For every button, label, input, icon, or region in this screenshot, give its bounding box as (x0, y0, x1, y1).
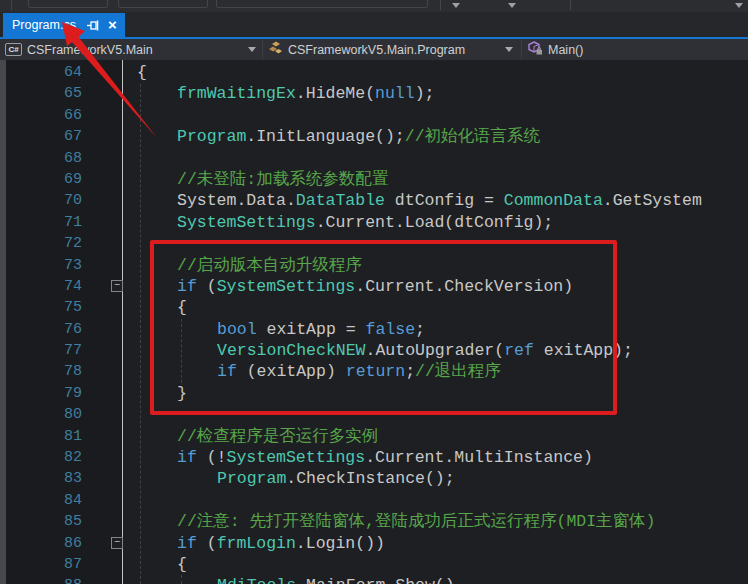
line-number: 74 (0, 276, 82, 297)
close-icon[interactable]: × (108, 18, 117, 32)
code-line-79[interactable]: } (130, 383, 748, 404)
code-line-85[interactable]: //注意: 先打开登陆窗体,登陆成功后正式运行程序(MDI主窗体) (130, 511, 748, 532)
chevron-down-icon[interactable] (248, 47, 256, 52)
code-line-81[interactable]: //检查程序是否运行多实例 (130, 426, 748, 447)
toolbar-dropdown-icon[interactable] (452, 3, 460, 8)
code-line-67[interactable]: Program.InitLanguage();//初始化语言系统 (130, 126, 748, 147)
nav-project-label: CSFrameworkV5.Main (27, 43, 153, 57)
pin-icon[interactable] (86, 18, 100, 32)
toolbar-separator (440, 0, 441, 10)
code-lines: {frmWaitingEx.HideMe(null);Program.InitL… (130, 62, 748, 584)
line-number: 80 (0, 404, 82, 425)
nav-separator (521, 40, 522, 59)
code-line-68[interactable] (130, 148, 748, 169)
toolbar-dropdown-icon[interactable] (508, 3, 516, 8)
toolbar-separator (11, 0, 12, 10)
csharp-project-icon: C# (5, 43, 22, 56)
tab-program-cs[interactable]: Program.cs × (3, 13, 125, 37)
nav-member-dropdown[interactable]: Main() (528, 39, 583, 60)
code-line-72[interactable] (130, 233, 748, 254)
line-number: 65 (0, 83, 82, 104)
code-line-64[interactable]: { (130, 62, 748, 83)
margin-divider-line (122, 60, 123, 584)
method-icon (528, 41, 543, 59)
chevron-down-icon[interactable] (505, 47, 513, 52)
line-number: 83 (0, 468, 82, 489)
code-line-73[interactable]: //启动版本自动升级程序 (130, 255, 748, 276)
collapse-toggle-icon[interactable]: − (111, 280, 123, 292)
code-line-70[interactable]: System.Data.DataTable dtConfig = CommonD… (130, 190, 748, 211)
code-line-82[interactable]: if (!SystemSettings.Current.MultiInstanc… (130, 447, 748, 468)
line-number: 71 (0, 212, 82, 233)
line-number: 69 (0, 169, 82, 190)
code-line-65[interactable]: frmWaitingEx.HideMe(null); (130, 83, 748, 104)
code-line-71[interactable]: SystemSettings.Current.Load(dtConfig); (130, 212, 748, 233)
line-number: 70 (0, 190, 82, 211)
code-line-77[interactable]: VersionCheckNEW.AutoUpgrader(ref exitApp… (130, 340, 748, 361)
class-icon (268, 41, 283, 58)
line-number: 66 (0, 105, 82, 126)
vs-code-editor-window: Program.cs × C# CSFrameworkV5.Main (0, 0, 748, 584)
tab-bar: Program.cs × (0, 12, 748, 37)
line-number: 76 (0, 319, 82, 340)
line-number: 85 (0, 511, 82, 532)
code-line-69[interactable]: //未登陆:加载系统参数配置 (130, 169, 748, 190)
code-line-75[interactable]: { (130, 297, 748, 318)
code-editor[interactable]: 6465666768697071727374757677787980818283… (0, 60, 748, 584)
navigation-bar: C# CSFrameworkV5.Main CSFrameworkV5.Main… (0, 39, 748, 60)
line-number: 82 (0, 447, 82, 468)
toolbar-overflow-icon[interactable] (735, 3, 743, 8)
code-line-84[interactable] (130, 490, 748, 511)
code-line-78[interactable]: if (exitApp) return;//退出程序 (130, 361, 748, 382)
toolbar-separator (570, 0, 571, 10)
nav-project-dropdown[interactable]: C# CSFrameworkV5.Main (5, 39, 153, 60)
line-number: 78 (0, 361, 82, 382)
line-number: 68 (0, 148, 82, 169)
line-number: 84 (0, 490, 82, 511)
line-number: 88 (0, 575, 82, 584)
line-number: 79 (0, 383, 82, 404)
code-line-83[interactable]: Program.CheckInstance(); (130, 468, 748, 489)
line-number: 75 (0, 297, 82, 318)
toolbar-strip (0, 0, 748, 12)
toolbar-search-box[interactable] (216, 0, 428, 8)
code-line-80[interactable] (130, 404, 748, 425)
line-number-gutter: 6465666768697071727374757677787980818283… (0, 62, 82, 584)
line-number: 81 (0, 426, 82, 447)
collapse-toggle-icon[interactable]: − (111, 537, 123, 549)
line-number: 67 (0, 126, 82, 147)
code-line-66[interactable] (130, 105, 748, 126)
line-number: 86 (0, 533, 82, 554)
line-number: 87 (0, 554, 82, 575)
nav-member-label: Main() (548, 43, 583, 57)
line-number: 73 (0, 255, 82, 276)
line-number: 72 (0, 233, 82, 254)
code-line-88[interactable]: MdiTools.MainForm.Show() (130, 575, 748, 584)
nav-separator (262, 40, 263, 59)
nav-type-label: CSFrameworkV5.Main.Program (288, 43, 465, 57)
toolbar-combo-box[interactable] (28, 0, 108, 8)
code-line-86[interactable]: if (frmLogin.Login()) (130, 533, 748, 554)
line-number: 64 (0, 62, 82, 83)
nav-type-dropdown[interactable]: CSFrameworkV5.Main.Program (268, 39, 465, 60)
tab-label: Program.cs (12, 18, 76, 32)
code-line-87[interactable]: { (130, 554, 748, 575)
toolbar-combo-box[interactable] (118, 0, 208, 8)
code-line-74[interactable]: if (SystemSettings.Current.CheckVersion) (130, 276, 748, 297)
line-number: 77 (0, 340, 82, 361)
code-line-76[interactable]: bool exitApp = false; (130, 319, 748, 340)
